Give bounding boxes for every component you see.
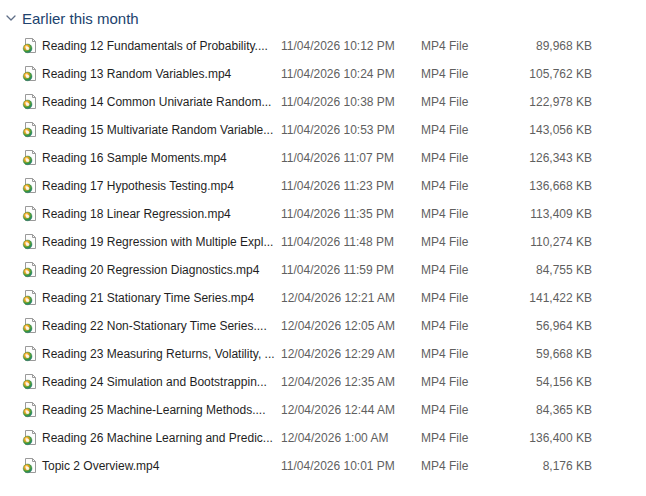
media-file-icon (22, 94, 38, 110)
file-size: 113,409 KB (521, 207, 592, 221)
file-name: Reading 24 Simulation and Bootstrappin..… (40, 375, 281, 389)
chevron-down-icon[interactable] (4, 11, 18, 25)
media-file-icon (22, 150, 38, 166)
file-name: Reading 14 Common Univariate Random... (40, 95, 281, 109)
file-size: 59,668 KB (521, 347, 592, 361)
file-explorer-list: Earlier this month Reading 12 Fundamenta… (0, 0, 646, 496)
file-type: MP4 File (421, 235, 521, 249)
file-date-modified: 11/04/2026 11:48 PM (281, 235, 421, 249)
file-size: 8,176 KB (521, 459, 592, 473)
file-row[interactable]: Reading 26 Machine Learning and Predic..… (0, 424, 646, 452)
file-name: Reading 20 Regression Diagnostics.mp4 (40, 263, 281, 277)
file-name: Reading 25 Machine-Learning Methods.... (40, 403, 281, 417)
file-type: MP4 File (421, 123, 521, 137)
file-row[interactable]: Reading 20 Regression Diagnostics.mp4 11… (0, 256, 646, 284)
file-size: 110,274 KB (521, 235, 592, 249)
file-size: 54,156 KB (521, 375, 592, 389)
file-date-modified: 12/04/2026 12:21 AM (281, 291, 421, 305)
file-type: MP4 File (421, 263, 521, 277)
file-row[interactable]: Reading 24 Simulation and Bootstrappin..… (0, 368, 646, 396)
file-type: MP4 File (421, 319, 521, 333)
file-date-modified: 11/04/2026 10:01 PM (281, 459, 421, 473)
file-date-modified: 11/04/2026 11:35 PM (281, 207, 421, 221)
file-name: Topic 2 Overview.mp4 (40, 459, 281, 473)
media-file-icon (22, 38, 38, 54)
file-row[interactable]: Reading 18 Linear Regression.mp4 11/04/2… (0, 200, 646, 228)
file-name: Reading 15 Multivariate Random Variable.… (40, 123, 281, 137)
file-row[interactable]: Reading 22 Non-Stationary Time Series...… (0, 312, 646, 340)
file-size: 136,400 KB (521, 431, 592, 445)
media-file-icon (22, 346, 38, 362)
file-name: Reading 13 Random Variables.mp4 (40, 67, 281, 81)
file-type: MP4 File (421, 431, 521, 445)
file-date-modified: 11/04/2026 10:53 PM (281, 123, 421, 137)
media-file-icon (22, 234, 38, 250)
file-date-modified: 11/04/2026 11:59 PM (281, 263, 421, 277)
file-row[interactable]: Reading 19 Regression with Multiple Expl… (0, 228, 646, 256)
file-name: Reading 16 Sample Moments.mp4 (40, 151, 281, 165)
file-type: MP4 File (421, 459, 521, 473)
file-name: Reading 19 Regression with Multiple Expl… (40, 235, 281, 249)
file-row[interactable]: Reading 17 Hypothesis Testing.mp4 11/04/… (0, 172, 646, 200)
file-size: 141,422 KB (521, 291, 592, 305)
file-size: 105,762 KB (521, 67, 592, 81)
file-row[interactable]: Reading 13 Random Variables.mp4 11/04/20… (0, 60, 646, 88)
media-file-icon (22, 318, 38, 334)
file-type: MP4 File (421, 151, 521, 165)
file-date-modified: 11/04/2026 11:23 PM (281, 179, 421, 193)
media-file-icon (22, 458, 38, 474)
media-file-icon (22, 430, 38, 446)
file-row[interactable]: Reading 23 Measuring Returns, Volatility… (0, 340, 646, 368)
file-date-modified: 12/04/2026 12:29 AM (281, 347, 421, 361)
file-name: Reading 12 Fundamentals of Probability..… (40, 39, 281, 53)
media-file-icon (22, 374, 38, 390)
file-name: Reading 17 Hypothesis Testing.mp4 (40, 179, 281, 193)
media-file-icon (22, 290, 38, 306)
file-row[interactable]: Reading 15 Multivariate Random Variable.… (0, 116, 646, 144)
media-file-icon (22, 66, 38, 82)
file-date-modified: 11/04/2026 10:12 PM (281, 39, 421, 53)
media-file-icon (22, 122, 38, 138)
file-row[interactable]: Reading 14 Common Univariate Random... 1… (0, 88, 646, 116)
file-date-modified: 11/04/2026 11:07 PM (281, 151, 421, 165)
file-type: MP4 File (421, 347, 521, 361)
file-name: Reading 23 Measuring Returns, Volatility… (40, 347, 281, 361)
media-file-icon (22, 402, 38, 418)
file-row[interactable]: Reading 16 Sample Moments.mp4 11/04/2026… (0, 144, 646, 172)
file-size: 84,365 KB (521, 403, 592, 417)
file-type: MP4 File (421, 67, 521, 81)
file-row[interactable]: Reading 25 Machine-Learning Methods.... … (0, 396, 646, 424)
file-type: MP4 File (421, 39, 521, 53)
file-name: Reading 26 Machine Learning and Predic..… (40, 431, 281, 445)
file-size: 122,978 KB (521, 95, 592, 109)
media-file-icon (22, 262, 38, 278)
file-type: MP4 File (421, 207, 521, 221)
media-file-icon (22, 178, 38, 194)
file-size: 89,968 KB (521, 39, 592, 53)
media-file-icon (22, 206, 38, 222)
file-size: 143,056 KB (521, 123, 592, 137)
group-label[interactable]: Earlier this month (22, 10, 139, 27)
file-type: MP4 File (421, 403, 521, 417)
file-name: Reading 18 Linear Regression.mp4 (40, 207, 281, 221)
file-date-modified: 12/04/2026 12:35 AM (281, 375, 421, 389)
file-name: Reading 21 Stationary Time Series.mp4 (40, 291, 281, 305)
file-name: Reading 22 Non-Stationary Time Series...… (40, 319, 281, 333)
file-row[interactable]: Reading 12 Fundamentals of Probability..… (0, 32, 646, 60)
file-size: 56,964 KB (521, 319, 592, 333)
file-type: MP4 File (421, 95, 521, 109)
group-header-earlier-this-month[interactable]: Earlier this month (0, 4, 646, 32)
file-date-modified: 12/04/2026 12:44 AM (281, 403, 421, 417)
file-row[interactable]: Topic 2 Overview.mp4 11/04/2026 10:01 PM… (0, 452, 646, 480)
file-row[interactable]: Reading 21 Stationary Time Series.mp4 12… (0, 284, 646, 312)
file-list: Reading 12 Fundamentals of Probability..… (0, 32, 646, 480)
file-size: 84,755 KB (521, 263, 592, 277)
file-type: MP4 File (421, 291, 521, 305)
file-date-modified: 12/04/2026 12:05 AM (281, 319, 421, 333)
file-size: 126,343 KB (521, 151, 592, 165)
file-type: MP4 File (421, 375, 521, 389)
file-date-modified: 11/04/2026 10:24 PM (281, 67, 421, 81)
file-type: MP4 File (421, 179, 521, 193)
file-date-modified: 11/04/2026 10:38 PM (281, 95, 421, 109)
file-date-modified: 12/04/2026 1:00 AM (281, 431, 421, 445)
